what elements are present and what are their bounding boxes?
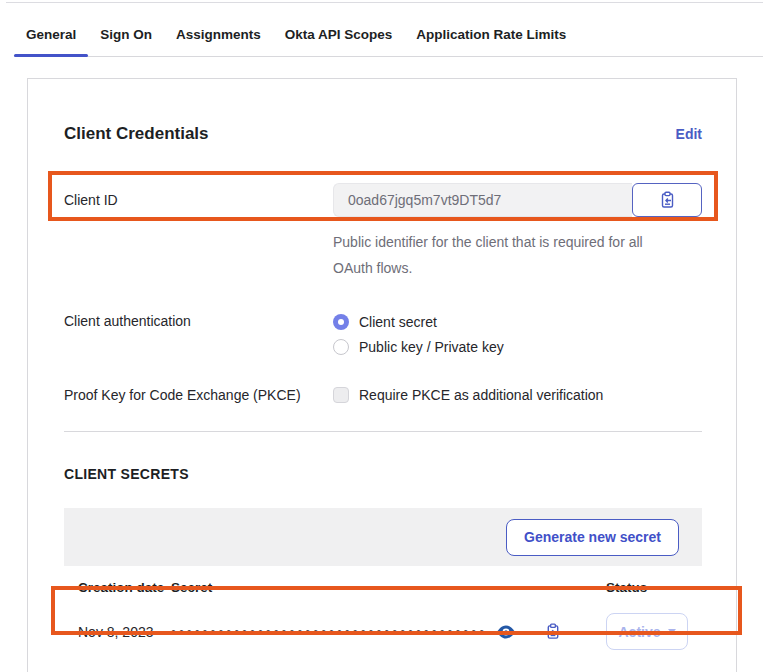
checkbox-unchecked-icon[interactable] [333,387,349,403]
pkce-label: Proof Key for Code Exchange (PKCE) [64,387,333,403]
secrets-toolbar: Generate new secret [64,508,702,566]
header-status: Status [606,580,688,595]
edit-link[interactable]: Edit [676,126,702,142]
clipboard-copy-icon [545,623,561,640]
radio-option-client-secret[interactable]: Client secret [333,309,504,334]
section-divider [64,431,702,432]
caret-down-icon [668,629,676,634]
generate-new-secret-button[interactable]: Generate new secret [506,519,679,556]
radio-selected-icon[interactable] [333,314,349,330]
status-badge: Active [618,624,660,640]
table-row: Nov 8, 2023 ••••••••••••••••••••••••••••… [64,608,702,655]
client-id-help-text: Public identifier for the client that is… [333,229,681,281]
status-dropdown-button[interactable]: Active [606,613,688,650]
reveal-secret-button[interactable] [497,625,515,639]
radio-option-label: Public key / Private key [359,339,504,355]
client-id-row: Client ID 0oad67jgq5m7vt9DT5d7 [64,175,702,225]
cell-status: Active [606,613,688,650]
client-id-value-field[interactable]: 0oad67jgq5m7vt9DT5d7 [333,183,632,217]
copy-secret-button[interactable] [545,623,561,640]
tab-assignments[interactable]: Assignments [164,12,273,56]
client-authentication-options: Client secret Public key / Private key [333,309,504,359]
client-authentication-row: Client authentication Client secret Publ… [64,309,702,359]
header-creation-date: Creation date [78,580,171,595]
radio-option-label: Client secret [359,314,437,330]
tab-application-rate-limits[interactable]: Application Rate Limits [404,12,578,56]
client-id-input-group: 0oad67jgq5m7vt9DT5d7 [333,183,702,217]
pkce-checkbox-label: Require PKCE as additional verification [359,387,603,403]
cell-creation-date: Nov 8, 2023 [78,624,171,640]
masked-secret-value: •••••••••••••••••••••••••••••••••••••••• [171,624,487,640]
pkce-checkbox-option[interactable]: Require PKCE as additional verification [333,385,603,405]
tab-sign-on[interactable]: Sign On [88,12,164,56]
client-credentials-title: Client Credentials [64,124,209,144]
radio-unselected-icon[interactable] [333,339,349,355]
pkce-row: Proof Key for Code Exchange (PKCE) Requi… [64,385,702,405]
table-header-row: Creation date Secret Status [64,566,702,608]
client-secrets-table: Generate new secret Creation date Secret… [64,508,702,655]
header-secret: Secret [171,580,606,595]
client-secrets-title: CLIENT SECRETS [64,466,702,484]
copy-client-id-button[interactable] [632,183,702,217]
clipboard-copy-icon [659,191,676,209]
cell-secret: •••••••••••••••••••••••••••••••••••••••• [171,623,606,640]
client-credentials-header: Client Credentials Edit [64,123,702,145]
app-tab-bar: General Sign On Assignments Okta API Sco… [14,12,763,57]
general-settings-card: Client Credentials Edit Client ID 0oad67… [27,78,737,672]
page-top-divider [6,2,763,3]
eye-icon [497,625,515,639]
radio-option-public-private-key[interactable]: Public key / Private key [333,334,504,359]
tab-general[interactable]: General [14,12,88,56]
client-id-label: Client ID [64,192,333,208]
client-authentication-label: Client authentication [64,309,333,329]
tab-okta-api-scopes[interactable]: Okta API Scopes [273,12,405,56]
